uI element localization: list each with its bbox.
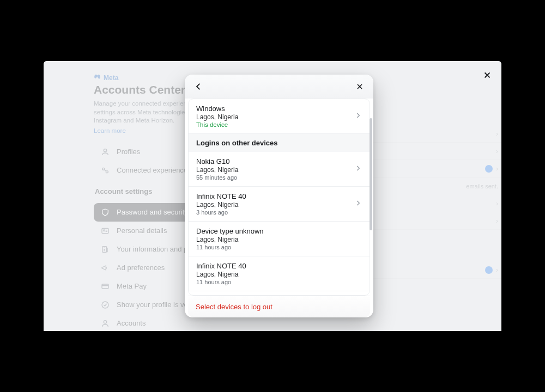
modal-header: [185, 75, 373, 99]
verified-icon: [100, 300, 110, 310]
chevron-right-icon: ›: [496, 200, 498, 207]
chevron-right-icon: [354, 164, 362, 174]
back-button[interactable]: [190, 78, 207, 95]
bg-hint-text: emails sent.: [466, 183, 498, 189]
sidebar-item-label: Accounts: [117, 319, 146, 327]
select-devices-logout-link[interactable]: Select devices to log out: [196, 303, 272, 311]
device-list: Windows Lagos, Nigeria This device Login…: [188, 99, 370, 296]
device-name: Device type unknown: [196, 227, 264, 235]
chevron-right-icon: ›: [496, 266, 498, 274]
permissions-icon: [100, 244, 110, 254]
device-time: 55 minutes ago: [196, 174, 238, 181]
login-activity-modal: Windows Lagos, Nigeria This device Login…: [185, 75, 373, 317]
device-name: Infinix NOTE 40: [196, 192, 246, 200]
device-row[interactable]: Infinix NOTE 40 Lagos, Nigeria 3 hours a…: [189, 187, 370, 222]
sidebar-item-label: Ad preferences: [117, 264, 165, 272]
chevron-right-icon: [354, 199, 362, 209]
chevron-right-icon: ›: [496, 217, 498, 225]
megaphone-icon: [100, 263, 110, 273]
svg-point-0: [104, 149, 106, 151]
sidebar-item-label: Meta Pay: [117, 282, 147, 290]
device-time: 11 hours ago: [196, 244, 264, 250]
device-name: Windows: [196, 105, 238, 113]
device-location: Lagos, Nigeria: [196, 166, 238, 174]
meta-brand-text: Meta: [104, 74, 118, 82]
device-name: Nokia G10: [196, 157, 238, 166]
meta-logo-icon: [94, 73, 101, 82]
id-card-icon: [100, 226, 110, 236]
device-location: Lagos, Nigeria: [196, 271, 246, 278]
chevron-right-icon: ›: [496, 130, 498, 138]
svg-point-1: [102, 168, 105, 170]
device-row[interactable]: Android Lagos, Nigeria on July 26 at 7:1…: [189, 291, 370, 296]
device-row[interactable]: Device type unknown Lagos, Nigeria 11 ho…: [189, 222, 370, 256]
person-icon: [100, 147, 110, 157]
chevron-right-icon: [354, 112, 362, 121]
facebook-badge-icon: [485, 165, 493, 173]
sidebar-item-label: Password and security: [117, 208, 188, 216]
device-row[interactable]: Nokia G10 Lagos, Nigeria 55 minutes ago: [189, 152, 370, 187]
close-button[interactable]: [352, 78, 368, 95]
card-icon: [100, 281, 110, 291]
svg-point-4: [104, 230, 105, 231]
svg-point-8: [104, 320, 106, 323]
chevron-right-icon: ›: [496, 148, 498, 155]
svg-rect-6: [102, 284, 108, 289]
scrollbar[interactable]: [370, 118, 372, 230]
page-close-button[interactable]: [480, 68, 495, 83]
sidebar-item-label: Profiles: [117, 148, 140, 156]
modal-footer: Select devices to log out: [188, 296, 370, 317]
device-name: Infinix NOTE 40: [196, 262, 246, 270]
modal-body: Windows Lagos, Nigeria This device Login…: [185, 99, 373, 317]
chevron-right-icon: ›: [496, 165, 498, 173]
this-device-label: This device: [196, 121, 238, 128]
device-location: Lagos, Nigeria: [196, 201, 246, 209]
accounts-icon: [100, 318, 110, 328]
device-location: Lagos, Nigeria: [196, 236, 264, 243]
shield-icon: [100, 207, 110, 217]
svg-rect-3: [102, 228, 108, 233]
device-time: 11 hours ago: [196, 279, 246, 285]
sidebar-item-label: Personal details: [117, 226, 167, 235]
sidebar-item-label: Connected experiences: [117, 166, 191, 174]
device-location: Lagos, Nigeria: [196, 113, 238, 121]
svg-point-7: [102, 302, 108, 308]
other-devices-header: Logins on other devices: [189, 134, 370, 152]
svg-point-2: [106, 170, 108, 173]
device-row[interactable]: Infinix NOTE 40 Lagos, Nigeria 11 hours …: [189, 256, 370, 291]
current-device-row[interactable]: Windows Lagos, Nigeria This device: [189, 99, 370, 134]
device-time: 3 hours ago: [196, 209, 246, 216]
connected-icon: [100, 166, 110, 175]
learn-more-link[interactable]: Learn more: [94, 127, 126, 134]
facebook-badge-icon: [485, 266, 493, 274]
